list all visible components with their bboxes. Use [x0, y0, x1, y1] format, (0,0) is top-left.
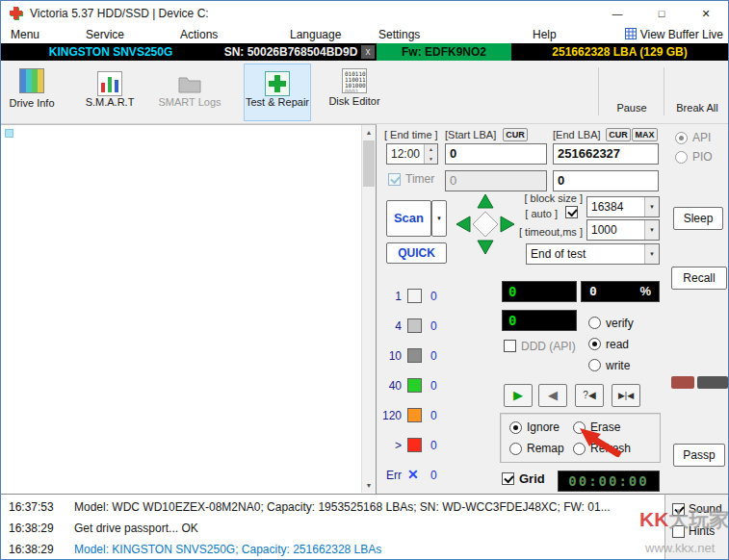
- timer-value-2: 0: [558, 173, 564, 188]
- spinner-buttons[interactable]: ▲ ▼: [424, 144, 437, 164]
- auto-checkbox[interactable]: [565, 206, 578, 218]
- speed-count: 0: [430, 439, 437, 452]
- toolbar-smart-logs[interactable]: SMART Logs: [157, 64, 222, 121]
- device-close-button[interactable]: x: [361, 45, 375, 59]
- grid-label: Grid: [519, 471, 545, 486]
- menu-item-menu[interactable]: Menu: [11, 26, 39, 43]
- log-time: 16:38:29: [9, 543, 54, 556]
- device-firmware: Fw: EDFK9NO2: [377, 43, 511, 61]
- seek-question-button[interactable]: ?◀: [575, 384, 604, 407]
- quick-button[interactable]: QUICK: [386, 242, 447, 264]
- end-time-spinner[interactable]: 12:00 ▲ ▼: [386, 143, 438, 165]
- play-icon: ▶: [513, 388, 523, 402]
- auto-label: [ auto ]: [496, 208, 558, 219]
- drive-info-icon: [18, 68, 45, 95]
- toolbar-separator: [598, 67, 599, 115]
- scrollbar-thumb[interactable]: [363, 140, 375, 187]
- sleep-button[interactable]: Sleep: [673, 207, 723, 230]
- end-of-test-combo[interactable]: End of test ▼: [526, 243, 660, 265]
- api-label: API: [692, 131, 711, 144]
- erase-radio[interactable]: [573, 421, 586, 434]
- dropdown-icon[interactable]: ▼: [644, 220, 659, 240]
- ddd-api-checkbox[interactable]: [504, 340, 516, 352]
- close-button[interactable]: ✕: [684, 1, 728, 26]
- view-buffer-label: View Buffer Live: [640, 28, 723, 41]
- end-time-value: 12:00: [391, 144, 420, 164]
- toolbar-smart[interactable]: S.M.A.R.T: [80, 64, 140, 121]
- block-size-combo[interactable]: 16384 ▼: [586, 196, 660, 217]
- quick-label: QUICK: [398, 246, 435, 260]
- remap-radio[interactable]: [509, 443, 522, 455]
- speed-color-box: [407, 348, 422, 363]
- pio-radio[interactable]: [675, 151, 688, 164]
- recall-button[interactable]: Recall: [671, 267, 727, 290]
- seek-start-button[interactable]: ▶|◀: [612, 384, 640, 407]
- toolbar: Drive Info S.M.A.R.T SMART Logs Test & R…: [1, 61, 728, 124]
- block-map[interactable]: ▲ ▼: [1, 124, 377, 494]
- read-radio[interactable]: [588, 338, 601, 350]
- dropdown-icon[interactable]: ▼: [644, 197, 659, 216]
- blockmap-scrollbar[interactable]: ▲ ▼: [361, 125, 376, 493]
- pause-button[interactable]: Pause: [604, 64, 660, 121]
- device-serial: SN: 50026B768504BD9D: [221, 43, 361, 61]
- menu-bar: Menu Service Actions Language Settings H…: [1, 26, 728, 43]
- start-test-button[interactable]: ▶: [504, 384, 533, 407]
- grid-checkbox[interactable]: [502, 472, 514, 485]
- scroll-down-icon[interactable]: ▼: [362, 478, 376, 493]
- toolbar-test-repair[interactable]: Test & Repair: [244, 64, 311, 121]
- seek-start-icon: ▶|◀: [618, 391, 634, 400]
- smart-logs-label: SMART Logs: [158, 96, 221, 108]
- device-bar: KINGSTON SNVS250G SN: 50026B768504BD9D x…: [1, 43, 728, 61]
- hints-checkbox[interactable]: [672, 525, 685, 538]
- speed-label: 40: [378, 379, 402, 393]
- step-back-button[interactable]: ◀: [538, 384, 567, 407]
- spin-up-icon[interactable]: ▲: [425, 144, 437, 154]
- pio-label: PIO: [692, 150, 713, 164]
- menu-item-service[interactable]: Service: [86, 26, 124, 43]
- break-all-button[interactable]: Break All: [667, 64, 727, 121]
- refresh-radio[interactable]: [573, 443, 586, 455]
- start-lba-cur-button[interactable]: CUR: [503, 128, 528, 141]
- timer-input-1[interactable]: 0: [445, 170, 547, 191]
- speed-color-box: [407, 289, 422, 303]
- end-lba-cur-button[interactable]: CUR: [606, 128, 631, 141]
- toolbar-drive-info[interactable]: Drive Info: [3, 64, 61, 121]
- timer-input-2[interactable]: 0: [553, 170, 659, 191]
- start-lba-label: [Start LBA]: [445, 129, 496, 140]
- menu-item-language[interactable]: Language: [290, 26, 341, 43]
- write-radio[interactable]: [588, 359, 601, 371]
- step-back-icon: ◀: [548, 388, 558, 402]
- minimize-button[interactable]: —: [595, 1, 639, 26]
- dropdown-icon[interactable]: ▼: [644, 244, 659, 264]
- ignore-radio[interactable]: [509, 421, 522, 434]
- green-cross-icon: [264, 67, 291, 94]
- timeout-combo[interactable]: 1000 ▼: [586, 219, 660, 241]
- end-lba-max-button[interactable]: MAX: [632, 128, 658, 141]
- sound-checkbox[interactable]: [672, 503, 685, 516]
- error-action-group: Ignore Erase Remap Refresh: [500, 413, 661, 463]
- start-lba-input[interactable]: 0: [445, 143, 547, 165]
- maximize-button[interactable]: □: [639, 1, 684, 26]
- scan-dropdown-button[interactable]: ▼: [431, 200, 447, 237]
- start-lba-value: 0: [450, 146, 456, 161]
- scan-button[interactable]: Scan: [386, 200, 431, 237]
- view-buffer-live-button[interactable]: View Buffer Live: [625, 26, 723, 43]
- toolbar-separator: [664, 67, 664, 115]
- title-bar: Victoria 5.37 HDD/SSD | Device C: — □ ✕: [1, 1, 728, 26]
- speed-count: 0: [430, 379, 437, 393]
- passp-button[interactable]: Passp: [673, 444, 725, 467]
- spin-down-icon[interactable]: ▼: [425, 154, 437, 164]
- menu-item-settings[interactable]: Settings: [378, 26, 420, 43]
- timer-checkbox[interactable]: [388, 173, 401, 186]
- toolbar-disk-editor[interactable]: 010110 110011 101000 0001 Disk Editor: [325, 64, 384, 121]
- sound-label: Sound: [689, 502, 722, 516]
- end-lba-input[interactable]: 251662327: [553, 143, 659, 165]
- api-radio[interactable]: [675, 132, 688, 144]
- verify-radio[interactable]: [588, 317, 601, 329]
- break-all-label: Break All: [668, 102, 726, 114]
- scroll-up-icon[interactable]: ▲: [362, 125, 376, 140]
- test-repair-label: Test & Repair: [245, 96, 310, 108]
- menu-item-help[interactable]: Help: [533, 26, 557, 43]
- menu-item-actions[interactable]: Actions: [180, 26, 218, 43]
- log-options-panel: Sound Hints: [665, 494, 729, 560]
